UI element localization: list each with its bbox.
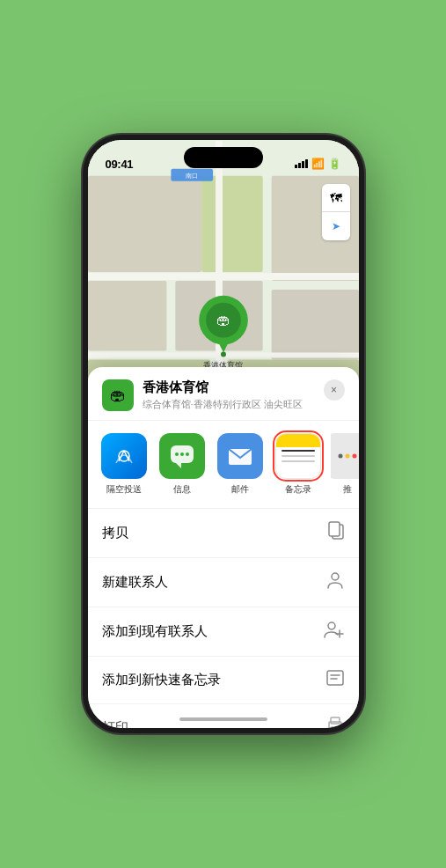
action-new-contact[interactable]: 新建联系人 — [88, 558, 359, 607]
quick-note-svg — [325, 669, 345, 687]
action-copy-label: 拷贝 — [102, 525, 128, 541]
action-add-existing[interactable]: 添加到现有联系人 — [88, 607, 359, 657]
notes-icon — [275, 433, 321, 479]
action-add-notes[interactable]: 添加到新快速备忘录 — [88, 657, 359, 704]
messages-icon — [159, 433, 205, 479]
signal-bar-2 — [298, 163, 301, 168]
svg-rect-5 — [271, 290, 358, 359]
more-dots-icon — [337, 449, 358, 463]
svg-rect-41 — [331, 727, 340, 728]
status-time: 09:41 — [106, 158, 134, 171]
close-button[interactable]: × — [324, 379, 345, 401]
svg-point-29 — [352, 454, 356, 459]
bottom-sheet: 🏟 香港体育馆 综合体育馆·香港特别行政区 油尖旺区 × — [88, 367, 359, 728]
action-add-existing-label: 添加到现有联系人 — [102, 623, 208, 640]
svg-point-24 — [180, 452, 184, 456]
status-icons: 📶 🔋 — [295, 158, 341, 170]
mail-svg — [227, 445, 253, 467]
phone-screen: 09:41 📶 🔋 — [88, 140, 359, 728]
share-apps-row: 隔空投送 信息 — [88, 421, 359, 509]
share-more[interactable]: 推 — [331, 433, 359, 496]
more-icon — [331, 433, 359, 479]
svg-marker-22 — [176, 463, 181, 468]
action-add-notes-label: 添加到新快速备忘录 — [102, 672, 221, 688]
signal-bar-4 — [305, 159, 308, 168]
print-icon — [325, 717, 345, 728]
home-indicator — [179, 717, 267, 721]
phone-frame: 09:41 📶 🔋 — [83, 135, 364, 733]
svg-point-27 — [338, 454, 342, 459]
dynamic-island — [184, 147, 263, 168]
svg-rect-40 — [331, 717, 340, 724]
notes-line-2 — [281, 455, 315, 457]
svg-text:🏟: 🏟 — [216, 313, 230, 327]
venue-subtitle: 综合体育馆·香港特别行政区 油尖旺区 — [143, 398, 315, 411]
svg-point-33 — [328, 622, 335, 629]
more-label: 推 — [343, 483, 352, 496]
notes-line-1 — [281, 450, 315, 452]
sheet-header: 🏟 香港体育馆 综合体育馆·香港特别行政区 油尖旺区 × — [88, 367, 359, 421]
notes-lines — [281, 450, 315, 473]
share-mail[interactable]: 邮件 — [215, 433, 266, 496]
print-svg — [325, 717, 345, 728]
signal-bar-3 — [302, 161, 304, 168]
svg-point-32 — [332, 573, 339, 580]
quick-note-icon — [325, 669, 345, 691]
person-svg — [325, 570, 345, 590]
svg-rect-1 — [88, 176, 201, 272]
share-messages[interactable]: 信息 — [157, 433, 208, 496]
venue-name: 香港体育馆 — [143, 379, 315, 396]
copy-icon — [327, 521, 345, 545]
battery-icon: 🔋 — [328, 158, 341, 170]
share-notes[interactable]: 备忘录 — [273, 433, 324, 496]
svg-rect-36 — [327, 671, 343, 685]
share-airdrop[interactable]: 隔空投送 — [99, 433, 150, 496]
svg-rect-31 — [329, 522, 340, 536]
venue-emoji: 🏟 — [110, 386, 126, 405]
action-print[interactable]: 打印 — [88, 704, 359, 728]
airdrop-label: 隔空投送 — [106, 483, 142, 496]
svg-point-18 — [221, 351, 226, 357]
venue-icon: 🏟 — [102, 379, 134, 411]
svg-rect-2 — [88, 281, 166, 350]
svg-rect-6 — [201, 176, 263, 272]
notes-line-3 — [281, 460, 315, 462]
person-add-icon — [324, 620, 345, 644]
signal-bars-icon — [295, 159, 308, 168]
notes-label: 备忘录 — [285, 483, 311, 496]
person-add-svg — [324, 620, 345, 639]
copy-svg — [327, 521, 345, 541]
action-new-contact-label: 新建联系人 — [102, 574, 168, 591]
signal-bar-1 — [295, 165, 297, 168]
map-controls: 🗺 ➤ — [322, 184, 350, 240]
action-print-label: 打印 — [102, 719, 128, 728]
svg-point-28 — [345, 454, 349, 459]
action-copy[interactable]: 拷贝 — [88, 509, 359, 558]
mail-label: 邮件 — [231, 483, 249, 496]
location-button[interactable]: ➤ — [322, 212, 350, 240]
messages-label: 信息 — [173, 483, 191, 496]
svg-point-25 — [186, 452, 189, 456]
airdrop-svg — [112, 444, 136, 468]
person-icon — [325, 570, 345, 594]
map-type-button[interactable]: 🗺 — [322, 184, 350, 212]
messages-svg — [169, 444, 195, 468]
venue-info: 香港体育馆 综合体育馆·香港特别行政区 油尖旺区 — [143, 379, 315, 411]
airdrop-icon — [101, 433, 147, 479]
svg-point-23 — [175, 452, 179, 456]
mail-icon — [217, 433, 263, 479]
wifi-icon: 📶 — [311, 158, 325, 170]
action-list: 拷贝 新建联系人 — [88, 509, 359, 728]
